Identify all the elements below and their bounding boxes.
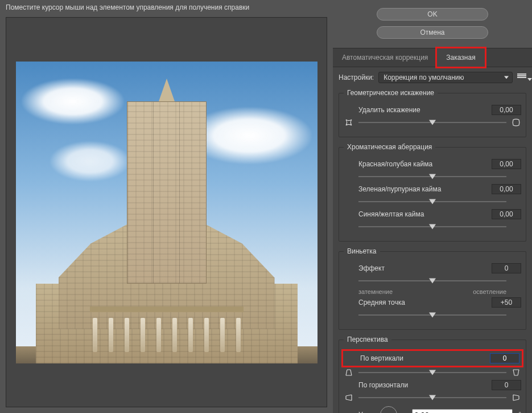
perspective-vert-up-icon [344,367,354,378]
tab-auto-correction[interactable]: Автоматическая коррекция [333,48,437,67]
group-geometric-legend: Геометрическое искажение [344,89,438,97]
perspective-horiz-left-icon [344,392,354,403]
preview-pane: Поместите курсор мыши над элементом упра… [0,0,333,413]
dialog-buttons: OK Отмена [333,0,532,48]
hint-text: Поместите курсор мыши над элементом упра… [0,0,333,14]
settings-row: Настройки: Коррекция по умолчанию [339,72,526,83]
vignette-amount-input[interactable] [492,263,521,273]
blue-yellow-input[interactable] [492,209,521,219]
ctrl-red-cyan: Красная/голубая кайма [344,159,521,182]
ctrl-green-magenta: Зеленая/пурпурная кайма [344,184,521,207]
angle-dial[interactable] [380,406,397,413]
group-vignette: Виньетка Эффект затемнениеосветление Сре… [339,247,526,330]
ctrl-blue-yellow: Синяя/желтая кайма [344,209,521,232]
preview-frame [6,17,327,407]
vignette-mid-label: Средняя точка [344,298,492,306]
tab-custom[interactable]: Заказная [435,47,486,68]
custom-panel: Настройки: Коррекция по умолчанию Геомет… [333,67,532,413]
ctrl-angle: Угол: ° [344,406,521,413]
vignette-mid-input[interactable] [492,297,521,308]
group-chromatic: Хроматическая аберрация Красная/голубая … [339,143,526,242]
vignette-range-left: затемнение [358,288,393,295]
group-perspective-legend: Перспектива [344,336,391,344]
tabs: Автоматическая коррекция Заказная [333,48,532,67]
red-cyan-input[interactable] [492,159,521,169]
perspective-horiz-right-icon [511,392,521,403]
vignette-amount-label: Эффект [344,264,492,272]
horizontal-label: По горизонтали [344,381,492,389]
vertical-label: По вертикали [345,354,490,362]
red-cyan-slider[interactable] [358,173,506,181]
angle-unit: ° [518,411,521,413]
red-cyan-label: Красная/голубая кайма [344,160,492,168]
angle-input[interactable] [412,409,513,414]
lens-correction-dialog: Поместите курсор мыши над элементом упра… [0,0,532,413]
ctrl-vignette-amount: Эффект затемнениеосветление [344,263,521,295]
green-magenta-input[interactable] [492,184,521,194]
group-chromatic-legend: Хроматическая аберрация [344,143,435,151]
perspective-vert-down-icon [511,367,521,378]
cancel-button[interactable]: Отмена [377,26,488,39]
vertical-slider[interactable] [358,369,506,377]
green-magenta-label: Зеленая/пурпурная кайма [344,185,492,193]
menu-icon [517,73,526,81]
settings-select[interactable]: Коррекция по умолчанию [378,72,513,83]
group-geometric: Геометрическое искажение Удалить искажен… [339,89,526,137]
pincushion-icon [511,117,521,128]
vignette-amount-slider[interactable] [358,277,506,285]
controls-pane: OK Отмена Автоматическая коррекция Заказ… [333,0,532,413]
group-perspective: Перспектива По вертикали По горизонтали [339,336,526,413]
settings-label: Настройки: [339,73,374,81]
ctrl-vertical-perspective: По вертикали [344,351,521,378]
ctrl-vignette-midpoint: Средняя точка [344,297,521,320]
green-magenta-slider[interactable] [358,198,506,206]
group-vignette-legend: Виньетка [344,247,380,255]
remove-distortion-slider[interactable] [358,118,506,126]
horizontal-slider[interactable] [358,394,506,402]
ctrl-remove-distortion: Удалить искажение [344,105,521,128]
vertical-input[interactable] [490,353,519,363]
panel-menu-button[interactable] [517,73,526,81]
settings-value: Коррекция по умолчанию [383,73,464,81]
vertical-perspective-highlight: По вертикали [341,349,523,367]
ctrl-horizontal-perspective: По горизонтали [344,380,521,403]
blue-yellow-label: Синяя/желтая кайма [344,210,492,218]
blue-yellow-slider[interactable] [358,223,506,231]
remove-distortion-label: Удалить искажение [344,106,492,114]
horizontal-input[interactable] [492,380,521,390]
ok-button[interactable]: OK [377,8,488,21]
barrel-icon [344,117,354,128]
preview-image [16,62,317,363]
angle-label: Угол: [358,411,374,413]
vignette-mid-slider[interactable] [358,311,506,319]
vignette-range-right: осветление [473,288,506,295]
remove-distortion-input[interactable] [492,105,521,115]
